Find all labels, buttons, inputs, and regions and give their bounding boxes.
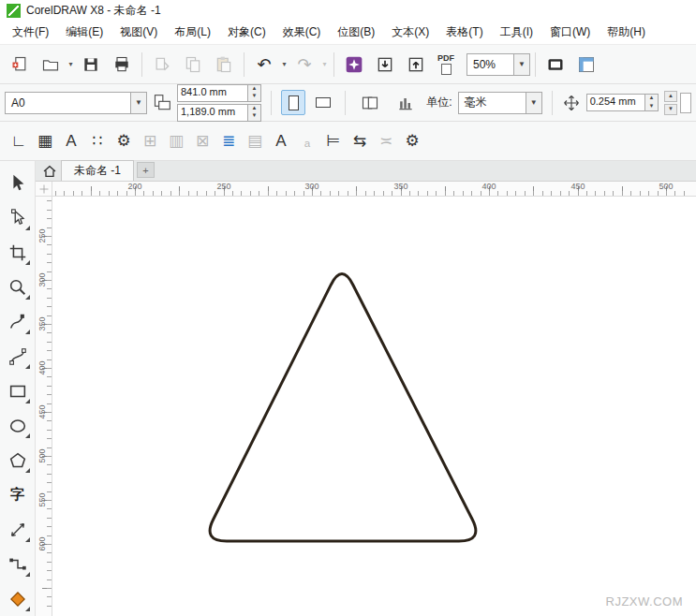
chevron-down-icon[interactable]: ▼ — [130, 93, 146, 113]
vertical-ruler[interactable]: 250300350400450500550600 — [36, 197, 52, 616]
options-gear-icon[interactable]: ⚙ — [401, 131, 423, 151]
nudge-stepper[interactable]: ▲▼ — [644, 95, 658, 110]
bullet-list-icon[interactable]: ≣ — [217, 131, 240, 151]
shape-tool[interactable] — [2, 200, 34, 235]
page-height-input[interactable]: 1,189.0 mm ▲▼ — [177, 104, 261, 122]
menu-item[interactable]: 工具(I) — [492, 21, 541, 44]
menu-item[interactable]: 文件(F) — [4, 21, 57, 44]
step-up-icon[interactable]: ▲ — [248, 105, 260, 113]
page-size-preset-select[interactable]: A0 ▼ — [5, 92, 147, 114]
clipped-toolbar-button[interactable] — [680, 93, 691, 113]
undo-dropdown-icon[interactable]: ▾ — [280, 60, 289, 68]
step-down-icon[interactable]: ▼ — [664, 104, 677, 115]
import-button[interactable] — [370, 50, 400, 80]
horizontal-ruler[interactable]: 200250300350400450500 — [52, 182, 696, 197]
menu-item[interactable]: 窗口(W) — [541, 21, 599, 44]
step-down-icon[interactable]: ▼ — [248, 112, 260, 121]
connector-tool[interactable] — [2, 547, 34, 581]
text-format-icon[interactable]: A — [60, 132, 82, 151]
all-pages-button[interactable] — [355, 88, 385, 118]
menu-item[interactable]: 位图(B) — [329, 21, 383, 44]
cut-button[interactable] — [147, 50, 177, 80]
dimension-style-icon[interactable]: ∟ — [7, 132, 30, 151]
title-bar: CorelDRAW X8 - 未命名 -1 — [0, 0, 696, 21]
trim-icon[interactable]: ▥ — [165, 131, 187, 151]
menu-item[interactable]: 视图(V) — [111, 21, 166, 44]
save-button[interactable] — [76, 50, 106, 80]
export-button[interactable] — [401, 50, 431, 80]
page-width-stepper[interactable]: ▲▼ — [247, 85, 260, 101]
show-rulers-button[interactable] — [571, 50, 601, 80]
spacing-icon[interactable]: ⇆ — [348, 131, 371, 151]
intersect-icon[interactable]: ⊠ — [191, 131, 214, 151]
rectangle-tool[interactable] — [2, 374, 34, 408]
home-icon[interactable] — [38, 162, 61, 181]
menu-item[interactable]: 布局(L) — [166, 21, 219, 44]
pdf-page-icon — [441, 64, 452, 75]
paste-button[interactable] — [209, 50, 239, 80]
portrait-orientation-button[interactable] — [281, 90, 305, 115]
freehand-tool[interactable] — [2, 304, 34, 339]
page-dimensions-icon — [153, 92, 171, 114]
step-down-icon[interactable]: ▼ — [248, 93, 260, 101]
print-button[interactable] — [107, 50, 137, 80]
subscript-icon[interactable]: ₐ — [296, 132, 318, 151]
menu-item[interactable]: 表格(T) — [437, 21, 491, 44]
pick-tool[interactable] — [2, 166, 34, 200]
open-dropdown-icon[interactable]: ▾ — [67, 60, 75, 68]
open-button[interactable] — [36, 50, 66, 80]
paragraph-icon[interactable]: ▤ — [244, 131, 266, 151]
menu-item[interactable]: 效果(C) — [274, 21, 330, 44]
landscape-orientation-button[interactable] — [311, 90, 335, 115]
ruler-number: 500 — [37, 448, 47, 463]
align-icon[interactable]: ⊨ — [322, 131, 345, 151]
step-up-icon[interactable]: ▲ — [645, 95, 658, 103]
interactive-fill-tool[interactable] — [2, 581, 34, 616]
step-up-icon[interactable]: ▲ — [664, 91, 677, 102]
zoom-level-select[interactable]: 50% ▼ — [466, 53, 530, 76]
polygon-tool[interactable] — [2, 443, 34, 477]
menu-item[interactable]: 对象(C) — [219, 21, 274, 44]
distribute-icon[interactable]: ≍ — [375, 131, 397, 151]
menu-item[interactable]: 文本(X) — [383, 21, 437, 44]
ruler-number: 200 — [127, 182, 141, 191]
bezier-tool[interactable] — [2, 339, 34, 374]
ruler-number: 250 — [216, 182, 230, 191]
rounded-triangle-shape[interactable] — [210, 274, 476, 541]
redo-dropdown-icon[interactable]: ▾ — [320, 60, 329, 68]
weld-icon[interactable]: ⊞ — [139, 131, 161, 151]
zoom-tool[interactable] — [2, 270, 34, 304]
dot-grid-icon[interactable]: ∷ — [86, 131, 109, 151]
menu-item[interactable]: 编辑(E) — [57, 21, 111, 44]
units-select[interactable]: 毫米 ▼ — [458, 92, 542, 114]
step-up-icon[interactable]: ▲ — [248, 85, 260, 94]
parallel-dimension-tool[interactable] — [2, 512, 34, 547]
pdf-label: PDF — [437, 54, 454, 63]
search-content-button[interactable] — [339, 50, 369, 80]
duplicate-distance-stepper[interactable]: ▲▼ — [664, 91, 677, 115]
crop-tool[interactable] — [2, 235, 34, 270]
character-icon[interactable]: A — [270, 132, 292, 151]
add-page-button[interactable]: + — [137, 162, 155, 178]
redo-button[interactable]: ↷ — [289, 50, 319, 80]
page-height-stepper[interactable]: ▲▼ — [247, 105, 260, 121]
page-width-input[interactable]: 841.0 mm ▲▼ — [177, 84, 261, 102]
document-tab[interactable]: 未命名 -1 — [61, 160, 134, 181]
ellipse-tool[interactable] — [2, 408, 34, 443]
copy-button[interactable] — [178, 50, 208, 80]
table-grid-icon[interactable]: ▦ — [34, 131, 56, 151]
new-document-button[interactable] — [5, 50, 35, 80]
chevron-down-icon[interactable]: ▼ — [513, 54, 529, 75]
chevron-down-icon[interactable]: ▼ — [526, 93, 541, 113]
settings-gear-icon[interactable]: ⚙ — [112, 131, 135, 151]
current-page-button[interactable] — [391, 88, 421, 118]
drawing-canvas[interactable]: RJZXW.COM — [52, 197, 696, 616]
fullscreen-preview-button[interactable] — [541, 50, 570, 80]
nudge-distance-input[interactable]: 0.254 mm ▲▼ — [586, 94, 659, 111]
menu-item[interactable]: 帮助(H) — [599, 21, 654, 44]
publish-pdf-button[interactable]: PDF — [432, 51, 460, 79]
step-down-icon[interactable]: ▼ — [645, 103, 658, 111]
ruler-origin[interactable] — [36, 182, 52, 197]
undo-button[interactable]: ↶ — [249, 50, 279, 80]
text-tool[interactable]: 字 — [2, 477, 34, 512]
